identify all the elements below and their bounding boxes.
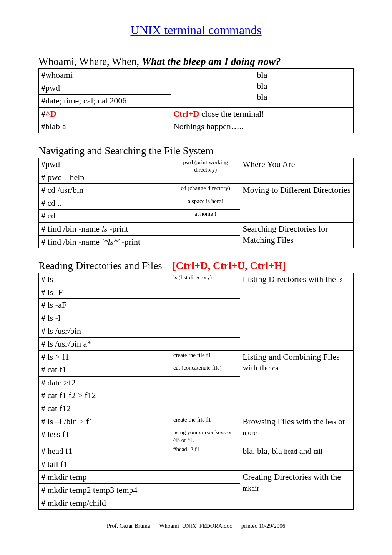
out-bla1: bla xyxy=(173,70,351,81)
cmd-ctrld: #^D xyxy=(39,107,171,120)
cmd-pwd2: #pwd xyxy=(39,158,171,171)
cmd-whoami: #whoami xyxy=(39,69,171,82)
note-ls-rest: (list directory) xyxy=(177,274,212,280)
out-bla2: bla xyxy=(173,81,351,92)
cmd-mkdir3: # mkdir temp/child xyxy=(39,497,171,510)
note-cat-mono: cat xyxy=(173,365,180,371)
cmd-catf1: # cat f1 xyxy=(39,363,171,377)
page-footer: Prof. Cezar Bruma Whoami_UNIX_FEDORA.doc… xyxy=(38,523,354,529)
desc-listing: Listing Directories with the ls xyxy=(240,273,354,351)
cmd-lsusra: # ls /usr/bin a* xyxy=(39,338,171,351)
combine-b: cat xyxy=(272,364,280,372)
note-head: #head -2 f1 xyxy=(171,445,240,458)
note-createf1: create the file f1 xyxy=(171,350,240,363)
ctrld-key: ^D xyxy=(45,109,56,118)
ctrld-desc-rest: close the terminal! xyxy=(199,109,264,118)
note-ls: ls (list directory) xyxy=(171,273,240,286)
note-pwd-mono: pwd xyxy=(183,159,193,165)
desc-where: Where You Are xyxy=(240,158,354,183)
out-bla3: bla xyxy=(173,92,351,103)
browse-or: or xyxy=(336,417,345,426)
desc-nothings: Nothings happen….. xyxy=(171,120,353,133)
cmd-blabla: #blabla xyxy=(39,120,171,133)
note-ls-mono: ls xyxy=(173,274,177,280)
mkdesc-b: mkdir xyxy=(243,485,259,492)
desc-headtail: bla, bla, bla head and tail xyxy=(240,445,354,471)
table-whoami: #whoami #pwd #date; time; cal; cal 2006 … xyxy=(38,68,354,133)
browse-a: Browsing Files with the xyxy=(243,417,326,426)
cmd-lsusr: # ls /usr/bin xyxy=(39,325,171,338)
cmd-lsf1: # ls > f1 xyxy=(39,350,171,363)
combine-a: Listing and Combining Files with the xyxy=(243,352,339,373)
cmd-pwdhelp: # pwd --help xyxy=(39,171,171,184)
cmd-mkdir1: # mkdir temp xyxy=(39,471,171,484)
desc-moving: Moving to Different Directories xyxy=(240,184,354,223)
cmd-cdusr: # cd /usr/bin xyxy=(39,184,171,197)
cmd-find1: # find /bin -name ls -print xyxy=(39,222,171,235)
note-lsaF xyxy=(171,299,240,312)
section3-heading-extra: [Ctrl+D, Ctrl+U, Ctrl+H] xyxy=(173,260,286,272)
note-cd: cd (change directory) xyxy=(171,184,240,197)
desc-mkdir: Creating Directories with the mkdir xyxy=(240,471,354,510)
ht-c: and xyxy=(297,446,314,456)
cmd-tailf1: # tail f1 xyxy=(39,458,171,471)
ctrld-desc-key: Ctrl+D xyxy=(173,109,199,118)
cmd-cd: # cd xyxy=(39,210,171,223)
note-createf1b: create the file f1 xyxy=(171,415,240,428)
note-cd-rest: (change directory) xyxy=(186,185,230,191)
note-pwd: pwd (print working directory) xyxy=(171,158,240,183)
find2-a: # find /bin -name xyxy=(41,237,102,247)
note-tail xyxy=(171,458,240,471)
footer-printed: printed 10/29/2006 xyxy=(241,523,286,529)
cmd-datef2: # date >f2 xyxy=(39,376,171,389)
desc-ctrld: Ctrl+D close the terminal! xyxy=(171,107,353,120)
note-lsusr xyxy=(171,325,240,338)
note-find1 xyxy=(171,222,240,235)
note-cat-rest: (concatenate file) xyxy=(180,365,221,371)
note-cat: cat (concatenate file) xyxy=(171,363,240,377)
cmd-lessf1: # less f1 xyxy=(39,428,171,445)
find1-c: -print xyxy=(107,224,128,233)
note-cd-mono: cd xyxy=(181,185,186,191)
find1-a: # find /bin -name xyxy=(41,224,102,233)
note-datef2 xyxy=(171,376,240,389)
cmd-ls: # ls xyxy=(39,273,171,286)
section1-heading-em: What the bleep am I doing now? xyxy=(142,56,281,67)
desc-browse: Browsing Files with the less or more xyxy=(240,415,354,445)
cmd-lsF: # ls -F xyxy=(39,286,171,299)
find1-b: ls xyxy=(102,224,108,233)
note-find2 xyxy=(171,235,240,248)
cmd-catf1f2: # cat f1 f2 > f12 xyxy=(39,389,171,402)
cmd-catf12: # cat f12 xyxy=(39,402,171,415)
note-lsl xyxy=(171,312,240,325)
cmd-lslbin: # ls –l /bin > f1 xyxy=(39,415,171,428)
cmd-cddots: # cd .. xyxy=(39,197,171,210)
footer-author: Prof. Cezar Bruma xyxy=(107,523,150,529)
browse-less: less xyxy=(326,418,336,426)
footer-file: Whoami_UNIX_FEDORA.doc xyxy=(159,523,232,529)
cmd-headf1: # head f1 xyxy=(39,445,171,458)
section2-heading: Navigating and Searching the File System xyxy=(38,145,354,157)
section1-heading: Whoami, Where, When, What the bleep am I… xyxy=(38,56,354,68)
find2-c: -print xyxy=(120,237,140,247)
note-mkdir1 xyxy=(171,471,240,484)
section1-heading-plain: Whoami, Where, When, xyxy=(38,56,142,67)
section3-heading: Reading Directories and Files [Ctrl+D, C… xyxy=(38,260,354,272)
ht-b: head xyxy=(284,448,297,455)
note-space: a space is here! xyxy=(171,197,240,210)
ht-a: bla, bla, bla xyxy=(243,446,284,456)
desc-combine: Listing and Combining Files with the cat xyxy=(240,350,354,415)
listing-b: ls xyxy=(338,276,342,283)
note-mkdir3 xyxy=(171,497,240,510)
listing-a: Listing Directories with the xyxy=(243,274,338,284)
note-pwd-rest: (print working directory) xyxy=(193,159,228,173)
page-title: UNIX terminal commands xyxy=(38,23,354,37)
cmd-mkdir2: # mkdir temp2 temp3 temp4 xyxy=(39,484,171,497)
ctrld-hash: # xyxy=(41,109,45,118)
browse-more: more xyxy=(243,429,257,437)
section3-heading-plain: Reading Directories and Files xyxy=(38,260,162,272)
desc-searching: Searching Directories for Matching Files xyxy=(240,222,354,248)
note-mkdir2 xyxy=(171,484,240,497)
cmd-pwd: #pwd xyxy=(39,82,171,95)
cmd-date: #date; time; cal; cal 2006 xyxy=(39,95,171,107)
